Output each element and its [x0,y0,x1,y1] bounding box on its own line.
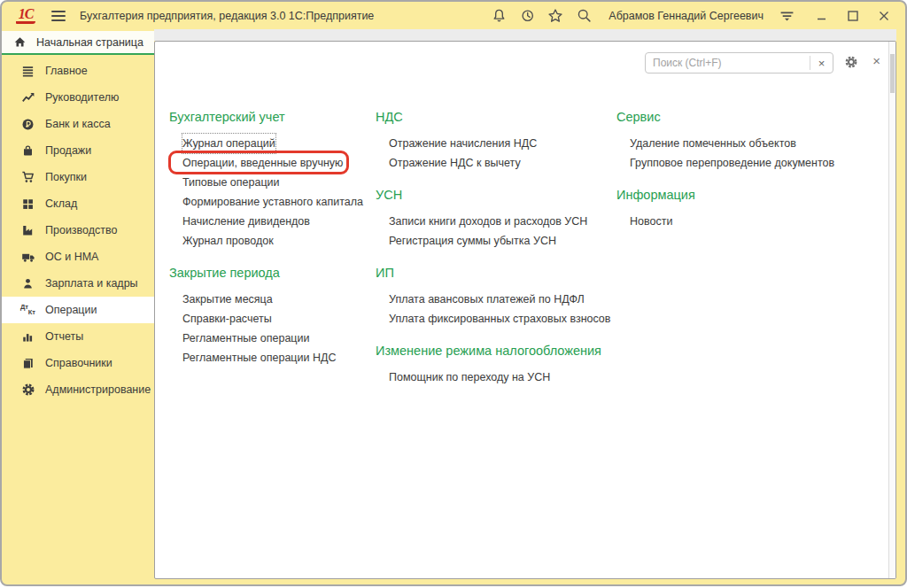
menu-close-icon[interactable]: × [872,53,880,69]
vertical-scrollbar[interactable] [888,42,895,578]
section-menu-panel: × × Бухгалтерский учет Журнал операций О… [154,41,896,579]
menu-link[interactable]: Отражение НДС к вычету [389,153,521,173]
menu-settings-gear-icon[interactable] [844,55,858,69]
menu-link[interactable]: Удаление помеченных объектов [630,134,796,153]
title-bar: 1С Бухгалтерия предприятия, редакция 3.0… [2,2,905,29]
section-nds: НДС Отражение начисления НДС Отражение Н… [376,109,616,173]
current-user[interactable]: Абрамов Геннадий Сергеевич [609,10,764,22]
menu-column-2: НДС Отражение начисления НДС Отражение Н… [376,109,616,387]
menu-link[interactable]: Регистрация суммы убытка УСН [389,231,556,251]
tab-home-label: Начальная страница [36,36,143,49]
cart-icon [20,170,35,184]
close-icon[interactable] [875,7,893,25]
app-window: 1С Бухгалтерия предприятия, редакция 3.0… [0,0,907,586]
scrollbar-thumb[interactable] [890,54,895,93]
menu-link[interactable]: Закрытие месяца [182,290,273,309]
service-menu-icon[interactable] [778,7,795,25]
section-title: УСН [376,187,616,204]
sidebar-item-bank-i-kassa[interactable]: Банк и касса [2,111,154,137]
section-servis: Сервис Удаление помеченных объектов Груп… [616,109,882,173]
sidebar-item-zarplata-i-kadry[interactable]: Зарплата и кадры [2,270,154,297]
menu-link[interactable]: Отражение начисления НДС [389,134,537,153]
truck-icon [20,250,35,264]
section-izmenenie-rezhima: Изменение режима налогообложения Помощни… [376,343,616,387]
barchart-icon [20,329,35,344]
gear-icon [20,383,35,397]
search-icon[interactable] [575,7,593,25]
menu-link-zhurnal-operaciy[interactable]: Журнал операций [182,134,275,153]
tab-home-page[interactable]: Начальная страница [2,31,154,55]
list-icon [20,64,35,78]
sidebar-item-otchety[interactable]: Отчеты [2,323,154,350]
menu-link[interactable]: Типовые операции [182,173,280,192]
grid-icon [20,197,35,211]
sidebar-item-sklad[interactable]: Склад [2,190,154,217]
section-title: Бухгалтерский учет [169,109,375,126]
section-title: НДС [376,109,616,126]
dtkt-icon: ДтКт [20,303,35,317]
section-ip: ИП Уплата авансовых платежей по НДФЛ Упл… [376,265,616,329]
sidebar-item-prodazhi[interactable]: Продажи [2,137,154,164]
window-title: Бухгалтерия предприятия, редакция 3.0 1С… [80,10,374,22]
factory-icon [20,223,35,237]
sidebar-item-operacii[interactable]: ДтКт Операции [2,297,154,323]
menu-link[interactable]: Справки-расчеты [182,309,272,329]
section-title: ИП [376,265,616,282]
section-title: Сервис [616,109,882,126]
history-icon[interactable] [518,7,536,25]
sidebar-item-glavnoe[interactable]: Главное [2,58,154,84]
section-informaciya: Информация Новости [616,187,882,231]
bell-icon[interactable] [490,7,508,25]
sidebar-item-os-i-nma[interactable]: ОС и НМА [2,244,154,270]
search-input[interactable] [646,53,810,73]
menu-link[interactable]: Новости [630,212,672,231]
search-box: × [645,52,833,74]
section-title: Закрытие периода [169,265,375,282]
section-title: Изменение режима налогообложения [376,343,616,360]
books-icon [20,356,35,370]
section-usn: УСН Записи книги доходов и расходов УСН … [376,187,616,251]
ruble-icon [20,117,35,131]
menu-link[interactable]: Начисление дивидендов [182,212,310,231]
section-buhuchet: Бухгалтерский учет Журнал операций Опера… [169,109,375,251]
menu-link[interactable]: Уплата авансовых платежей по НДФЛ [389,290,585,309]
minimize-icon[interactable] [813,7,831,25]
search-clear-icon[interactable]: × [810,56,833,70]
maximize-icon[interactable] [844,7,862,25]
menu-column-3: Сервис Удаление помеченных объектов Груп… [616,109,882,231]
sidebar-item-pokupki[interactable]: Покупки [2,164,154,190]
menu-link-operacii-vvedennye-vruchnuyu[interactable]: Операции, введенные вручную [182,153,343,173]
person-icon [20,276,35,290]
trend-icon [20,90,35,104]
menu-link[interactable]: Уплата фиксированных страховых взносов [389,309,610,329]
menu-link[interactable]: Журнал проводок [182,231,274,251]
sidebar-item-proizvodstvo[interactable]: Производство [2,217,154,244]
menu-column-1: Бухгалтерский учет Журнал операций Опера… [169,109,375,368]
home-icon [13,35,27,49]
menu-link[interactable]: Формирование уставного капитала [182,192,363,212]
sidebar-item-administrirovanie[interactable]: Администрирование [2,376,154,403]
main-menu-icon[interactable] [51,11,66,21]
menu-link[interactable]: Групповое перепроведение документов [630,153,834,173]
sidebar-item-spravochniki[interactable]: Справочники [2,350,154,376]
sidebar-item-rukovoditelyu[interactable]: Руководителю [2,84,154,111]
menu-link[interactable]: Регламентные операции НДС [182,348,336,368]
section-title: Информация [616,187,882,204]
tab-strip-filler [154,29,896,41]
bag-icon [20,143,35,158]
sidebar: Главное Руководителю Банк и касса Продаж… [2,58,154,403]
menu-link[interactable]: Записи книги доходов и расходов УСН [389,212,587,231]
section-zakrytie-perioda: Закрытие периода Закрытие месяца Справки… [169,265,375,368]
1c-logo-icon: 1С [16,8,35,24]
menu-link[interactable]: Помощник по переходу на УСН [389,368,550,387]
menu-link[interactable]: Регламентные операции [182,329,309,348]
star-icon[interactable] [547,7,564,25]
